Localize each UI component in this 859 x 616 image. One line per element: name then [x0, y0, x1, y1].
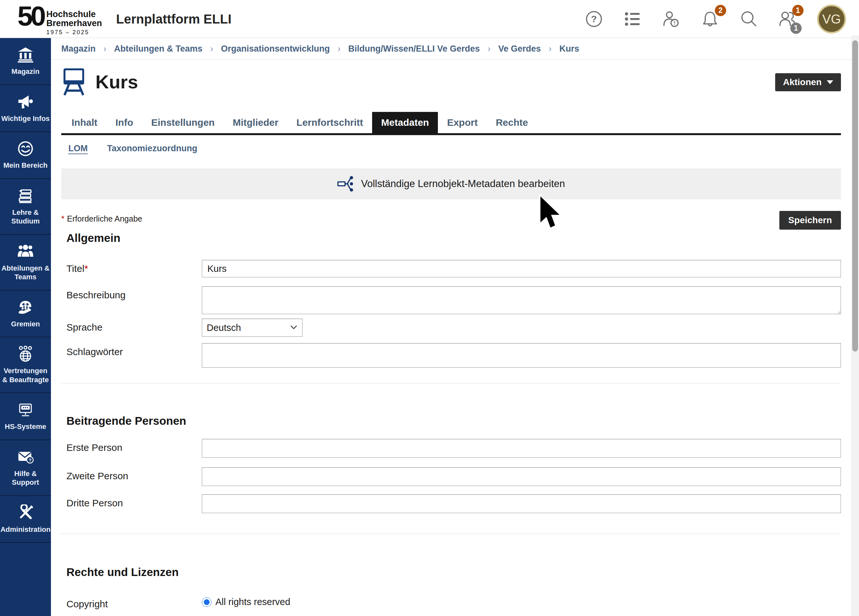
- notifications-icon[interactable]: 2: [701, 10, 719, 28]
- mail-question-icon: ?: [17, 449, 34, 465]
- chevron-right-icon: ›: [103, 44, 106, 54]
- scrollbar-thumb[interactable]: [852, 40, 858, 352]
- sidebar-item-gremien[interactable]: Gremien: [0, 291, 51, 338]
- header-icon-bar: ? !: [585, 0, 846, 38]
- titel-required-asterisk: *: [84, 263, 88, 274]
- edit-full-metadata-banner[interactable]: Vollständige Lernobjekt-Metadaten bearbe…: [61, 168, 841, 199]
- globe-people-icon: [17, 346, 34, 363]
- copyright-radio[interactable]: [202, 597, 211, 607]
- sidebar-item-mein-bereich[interactable]: Mein Bereich: [0, 132, 51, 179]
- bank-icon: [17, 47, 34, 63]
- sidebar-item-administration[interactable]: Administration: [0, 496, 51, 543]
- logo-years: 1975 – 2025: [47, 29, 102, 36]
- megaphone-icon: [17, 94, 34, 110]
- beschreibung-textarea[interactable]: [202, 286, 841, 314]
- avatar[interactable]: VG: [817, 5, 846, 34]
- sidebar-item-lehre-studium[interactable]: Lehre & Studium: [0, 179, 51, 235]
- tab-rechte[interactable]: Rechte: [487, 112, 537, 133]
- svg-text:!: !: [673, 20, 676, 26]
- save-button[interactable]: Speichern: [779, 211, 841, 230]
- field-row-zweite-person: Zweite Person: [66, 467, 841, 486]
- required-asterisk: *: [61, 214, 64, 223]
- zweite-person-input[interactable]: [202, 467, 841, 486]
- tab-mitglieder[interactable]: Mitglieder: [224, 112, 287, 133]
- copyright-label: Copyright: [66, 596, 202, 610]
- chevron-right-icon: ›: [210, 44, 213, 54]
- tools-icon: [17, 504, 34, 521]
- svg-text:?: ?: [591, 14, 597, 24]
- page-title: Kurs: [95, 71, 138, 92]
- sidebar-item-abteilungen-teams[interactable]: Abteilungen & Teams: [0, 235, 51, 291]
- tab-metadaten[interactable]: Metadaten: [372, 112, 438, 133]
- erste-person-input[interactable]: [202, 439, 841, 458]
- field-row-titel: Titel*: [66, 260, 841, 277]
- schlagwoerter-label: Schlagwörter: [66, 343, 202, 367]
- course-board-icon: [61, 66, 86, 97]
- breadcrumb-item[interactable]: Abteilungen & Teams: [114, 44, 203, 54]
- tab-einstellungen[interactable]: Einstellungen: [142, 112, 224, 133]
- section-divider: [61, 383, 841, 383]
- tab-lernfortschritt[interactable]: Lernfortschritt: [287, 112, 372, 133]
- zweite-person-label: Zweite Person: [66, 467, 202, 486]
- people-group-icon: [17, 243, 34, 260]
- contacts-badge-top: 1: [792, 5, 804, 16]
- sidebar-item-label: Gremien: [11, 320, 40, 328]
- metadata-tree-icon: [337, 175, 354, 192]
- copyright-radio-row: All rights reserved: [202, 596, 841, 607]
- list-icon[interactable]: [624, 10, 642, 28]
- books-icon: [17, 188, 34, 204]
- sidebar-item-label: Lehre & Studium: [1, 208, 50, 226]
- sidebar-item-label: Administration: [0, 525, 50, 534]
- field-row-erste-person: Erste Person: [66, 439, 841, 458]
- section-heading-rechte: Rechte und Lizenzen: [66, 566, 841, 578]
- sidebar-item-hilfe-support[interactable]: ? Hilfe & Support: [0, 440, 51, 496]
- sprache-label: Sprache: [66, 319, 202, 337]
- sprache-select[interactable]: Deutsch: [202, 319, 303, 337]
- sidebar-item-wichtige-infos[interactable]: Wichtige Infos: [0, 85, 51, 132]
- sidebar-item-hs-systeme[interactable]: HS-Systeme: [0, 393, 51, 440]
- help-icon[interactable]: ?: [585, 10, 603, 28]
- sidebar-item-vertretungen[interactable]: Vertretungen & Beauftragte: [0, 337, 51, 393]
- breadcrumb-item[interactable]: Magazin: [61, 44, 96, 54]
- scrollbar-track[interactable]: [851, 36, 859, 616]
- subtab-lom[interactable]: LOM: [68, 144, 88, 153]
- tab-bar: Inhalt Info Einstellungen Mitglieder Ler…: [61, 112, 841, 135]
- committee-icon: [17, 299, 34, 316]
- tab-info[interactable]: Info: [106, 112, 142, 133]
- field-row-sprache: Sprache Deutsch: [66, 319, 841, 337]
- subtab-taxonomiezuordnung[interactable]: Taxonomiezuordnung: [107, 144, 197, 153]
- dritte-person-input[interactable]: [202, 494, 841, 513]
- copyright-option-label[interactable]: All rights reserved: [216, 597, 290, 607]
- chevron-right-icon: ›: [487, 44, 490, 54]
- sidebar-item-label: Mein Bereich: [3, 161, 48, 170]
- required-hint: *Erforderliche Angabe: [61, 211, 142, 224]
- field-row-schlagwoerter: Schlagwörter: [66, 343, 841, 367]
- tab-export[interactable]: Export: [438, 112, 487, 133]
- breadcrumb-item[interactable]: Ve Gerdes: [498, 44, 541, 54]
- chevron-right-icon: ›: [337, 44, 340, 54]
- contacts-icon[interactable]: 1 1: [778, 10, 797, 28]
- breadcrumb-item[interactable]: Organisationsentwicklung: [221, 44, 330, 54]
- awareness-icon[interactable]: !: [662, 10, 680, 28]
- section-divider: [61, 534, 841, 534]
- search-icon[interactable]: [740, 10, 758, 28]
- aktionen-button[interactable]: Aktionen: [775, 73, 841, 91]
- schlagwoerter-input[interactable]: [202, 343, 841, 367]
- sidebar-item-magazin[interactable]: Magazin: [0, 38, 51, 85]
- titel-input[interactable]: [202, 260, 841, 277]
- notifications-badge: 2: [715, 5, 726, 16]
- banner-label: Vollständige Lernobjekt-Metadaten bearbe…: [361, 178, 565, 190]
- titel-label: Titel*: [66, 260, 202, 277]
- main-content: Magazin › Abteilungen & Teams › Organisa…: [51, 38, 851, 616]
- logo-50-text: 50: [17, 2, 44, 30]
- caret-down-icon: [827, 80, 833, 84]
- smiley-icon: [17, 140, 34, 157]
- tab-inhalt[interactable]: Inhalt: [62, 112, 106, 133]
- breadcrumb-item[interactable]: Kurs: [559, 44, 579, 54]
- sidebar-item-label: Hilfe & Support: [1, 469, 50, 487]
- field-row-copyright: Copyright All rights reserved: [66, 596, 841, 610]
- page-title-row: Kurs Aktionen: [61, 66, 841, 98]
- breadcrumb-item[interactable]: Bildung/Wissen/ELLI Ve Gerdes: [348, 44, 480, 54]
- sidebar-item-label: Magazin: [12, 67, 40, 76]
- hochschule-bremerhaven-logo[interactable]: 50 Hochschule Bremerhaven 1975 – 2025: [17, 2, 102, 36]
